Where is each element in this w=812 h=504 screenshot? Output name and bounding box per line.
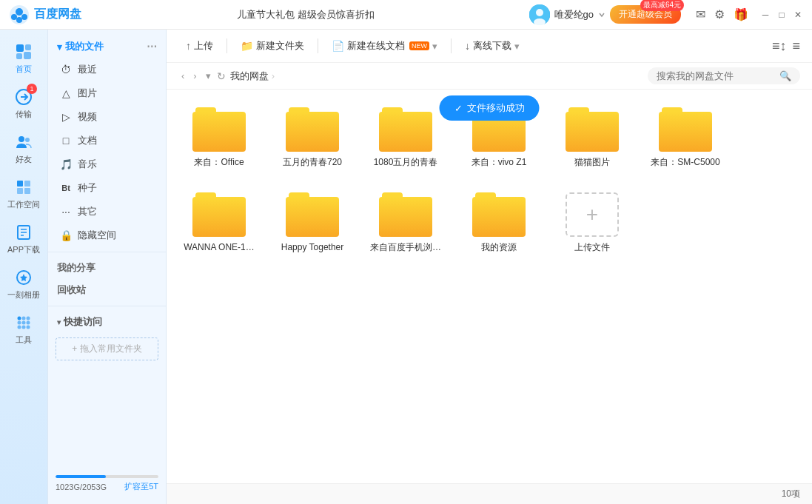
file-item[interactable]: 我的资源	[458, 187, 540, 260]
file-grid: ✓ 文件移动成功 来自：Office 五月的青春720 1080五月的青春	[167, 90, 812, 483]
nav-item-doc[interactable]: □ 文档	[48, 129, 166, 152]
sidebar-label-moments: 一刻相册	[7, 289, 40, 300]
offline-dl-button[interactable]: ↓ 离线下载 ▾	[457, 36, 527, 56]
file-name: 我的资源	[481, 241, 517, 254]
svg-point-31	[22, 326, 26, 329]
nav-item-music[interactable]: 🎵 音乐	[48, 152, 166, 176]
svg-rect-17	[17, 188, 23, 194]
nav-item-video[interactable]: ▷ 视频	[48, 105, 166, 129]
folder-icon	[566, 107, 619, 152]
upload-placeholder[interactable]: + 上传文件	[551, 187, 633, 260]
search-input[interactable]	[657, 70, 775, 81]
nav-divider-1	[48, 252, 166, 252]
sidebar-item-app[interactable]: APP下载	[0, 216, 47, 261]
dropdown-nav-button[interactable]: ▾	[203, 69, 214, 83]
download-icon: ↓	[465, 40, 470, 52]
nav-item-images[interactable]: △ 图片	[48, 81, 166, 105]
breadcrumb-path: 我的网盘 ›	[230, 70, 275, 83]
sidebar-label-transfer: 传输	[16, 109, 32, 120]
settings-icon[interactable]: ⚙	[714, 7, 725, 21]
nav-label-other: 其它	[78, 205, 97, 218]
svg-point-4	[16, 17, 22, 23]
nav-label-video: 视频	[78, 110, 97, 124]
nav-item-bt[interactable]: Bt 种子	[48, 176, 166, 200]
add-frequent-btn[interactable]: + 拖入常用文件夹	[56, 337, 158, 360]
file-item[interactable]: 来自：SM-C5000	[645, 101, 726, 175]
sidebar-label-workspace: 工作空间	[7, 199, 40, 210]
svg-rect-15	[17, 181, 23, 187]
nav-panel: ▾ 我的文件 ⋯ ⏱ 最近 △ 图片 ▷ 视频 □ 文档 🎵 音乐 Bt 种子	[48, 30, 167, 504]
sidebar-item-transfer[interactable]: 1 传输	[0, 81, 47, 126]
toast-icon: ✓	[454, 103, 463, 114]
toolbar: ↑ 上传 📁 新建文件夹 📄 新建在线文档 NEW ▾ ↓ 离线下载 ▾	[167, 30, 812, 63]
sort-icon[interactable]: ≡↕	[772, 38, 787, 54]
file-name: 来自：Office	[194, 156, 244, 169]
toolbar-divider-1	[227, 38, 227, 53]
file-item[interactable]: 1080五月的青春	[365, 101, 446, 175]
breadcrumb-root[interactable]: 我的网盘	[230, 70, 269, 83]
file-name: 1080五月的青春	[374, 156, 438, 169]
folder-icon	[379, 192, 432, 237]
back-button[interactable]: ‹	[178, 69, 187, 83]
toolbar-right: ≡↕ ≡	[772, 38, 800, 54]
breadcrumb-nav: ‹ › ▾ ↻	[178, 69, 226, 83]
folder-icon	[379, 107, 432, 152]
promo-text: 儿童节大礼包 超级会员惊喜折扣	[237, 8, 375, 21]
sidebar-label-friends: 好友	[16, 154, 32, 165]
storage-fill	[56, 475, 106, 478]
status-bar: 10项	[167, 483, 812, 504]
sidebar-label-tools: 工具	[16, 335, 32, 346]
search-box: 🔍	[648, 67, 800, 84]
refresh-button[interactable]: ↻	[217, 70, 226, 82]
toolbar-divider-2	[318, 38, 318, 53]
maximize-button[interactable]: □	[776, 10, 787, 20]
nav-label-music: 音乐	[78, 158, 97, 171]
new-badge: NEW	[409, 41, 429, 50]
file-item[interactable]: 猫猫图片	[551, 101, 633, 175]
forward-button[interactable]: ›	[190, 69, 199, 83]
svg-rect-9	[25, 44, 31, 50]
other-icon: ···	[60, 206, 72, 218]
video-icon: ▷	[60, 111, 72, 123]
my-files-more[interactable]: ⋯	[147, 41, 157, 53]
workspace-icon	[13, 177, 34, 198]
nav-item-hidden[interactable]: 🔒 隐藏空间	[48, 224, 166, 247]
close-button[interactable]: ✕	[793, 10, 803, 20]
svg-point-6	[536, 9, 543, 16]
svg-point-13	[19, 136, 24, 142]
sidebar-item-tools[interactable]: 工具	[0, 306, 47, 352]
file-item[interactable]: WANNA ONE-1…	[178, 187, 260, 260]
file-item[interactable]: Happy Together	[272, 187, 353, 260]
view-toggle-icon[interactable]: ≡	[792, 38, 800, 54]
file-item[interactable]: 五月的青春720	[272, 101, 353, 175]
sidebar-item-home[interactable]: 首页	[0, 36, 47, 81]
offline-dl-dropdown-icon: ▾	[514, 41, 520, 52]
mail-icon[interactable]: ✉	[696, 7, 705, 21]
window-controls: ─ □ ✕	[760, 10, 803, 20]
search-icon[interactable]: 🔍	[779, 70, 791, 81]
gift-icon[interactable]: 🎁	[734, 7, 748, 21]
vip-button[interactable]: 开通超级会员 最高减64元	[610, 5, 681, 24]
sidebar-item-workspace[interactable]: 工作空间	[0, 171, 47, 216]
new-folder-button[interactable]: 📁 新建文件夹	[233, 36, 312, 56]
sidebar-item-friends[interactable]: 好友	[0, 126, 47, 171]
nav-my-share[interactable]: 我的分享	[48, 257, 166, 279]
minimize-button[interactable]: ─	[760, 10, 771, 20]
nav-recycle[interactable]: 回收站	[48, 279, 166, 301]
sidebar-item-moments[interactable]: 一刻相册	[0, 261, 47, 306]
file-item[interactable]: 来自百度手机浏…	[365, 187, 446, 260]
svg-point-30	[18, 326, 21, 329]
main-layout: 首页 1 传输 好友 工作空间 APP下载	[0, 30, 812, 504]
storage-expand-btn[interactable]: 扩容至5T	[124, 481, 158, 492]
nav-item-other[interactable]: ··· 其它	[48, 200, 166, 224]
new-doc-button[interactable]: 📄 新建在线文档 NEW ▾	[324, 36, 445, 56]
file-item[interactable]: 来自：Office	[178, 101, 260, 175]
nav-item-recent[interactable]: ⏱ 最近	[48, 58, 166, 81]
svg-rect-10	[16, 53, 22, 59]
my-files-header: ▾ 我的文件 ⋯	[48, 36, 166, 58]
app-logo: 百度网盘	[9, 4, 98, 25]
nav-label-bt: 种子	[78, 181, 97, 195]
titlebar: 百度网盘 儿童节大礼包 超级会员惊喜折扣 唯爱纶go 开通超级会员 最高减64元…	[0, 0, 812, 30]
upload-button[interactable]: ↑ 上传	[178, 36, 221, 56]
promo-area: 儿童节大礼包 超级会员惊喜折扣	[98, 8, 514, 21]
